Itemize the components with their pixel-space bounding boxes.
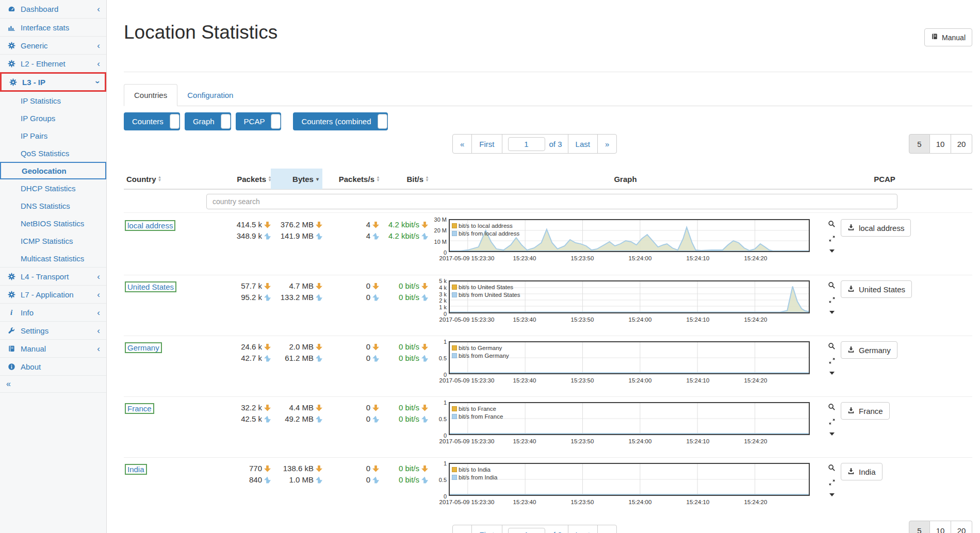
pcap-toggle-button[interactable]: PCAP — [236, 112, 282, 130]
sidebar-item-icmp-statistics[interactable]: ICMP Statistics — [0, 232, 106, 249]
sidebar-item-l7-application[interactable]: L7 - Application ‹ — [0, 285, 106, 303]
page-size-10[interactable]: 10 — [930, 521, 951, 533]
column-header-bytes[interactable]: Bytes ▾ — [271, 169, 322, 189]
column-header-packets[interactable]: Packets ▴▾ — [217, 169, 271, 189]
sidebar-item-qos-statistics[interactable]: QoS Statistics — [0, 144, 106, 162]
download-icon — [847, 224, 855, 232]
sidebar-item-multicast-statistics[interactable]: Multicast Statistics — [0, 249, 106, 267]
resize-graph-icon[interactable] — [828, 296, 836, 306]
prev-page-button[interactable]: « — [453, 525, 471, 533]
sidebar-item-l3-ip[interactable]: L3 - IP ‹ — [0, 72, 106, 92]
next-page-button[interactable]: » — [597, 525, 616, 533]
toggle-checkbox[interactable] — [170, 114, 179, 129]
download-icon — [847, 285, 855, 294]
pcap-download-button[interactable]: France — [841, 402, 890, 420]
prev-page-button[interactable]: « — [453, 135, 471, 153]
page-size-10[interactable]: 10 — [930, 134, 951, 154]
column-header-bits[interactable]: Bit/s ▴▾ — [379, 169, 428, 189]
toggle-checkbox[interactable] — [378, 114, 387, 129]
traffic-graph: 10.50 bit/s to France bit/s from France … — [428, 402, 823, 457]
resize-graph-icon[interactable] — [828, 418, 836, 427]
tab-configuration[interactable]: Configuration — [177, 85, 243, 106]
tab-countries[interactable]: Countries — [124, 84, 177, 106]
counters-toggle-button[interactable]: Counters — [124, 112, 180, 130]
zoom-graph-icon[interactable] — [828, 281, 836, 291]
country-link[interactable]: India — [127, 465, 144, 474]
arrow-down-icon — [372, 344, 379, 351]
gear-icon — [6, 42, 17, 49]
graph-toggle-button[interactable]: Graph — [185, 112, 231, 130]
sidebar-item-l2-ethernet[interactable]: L2 - Ethernet ‹ — [0, 54, 106, 72]
sidebar-item-dashboard[interactable]: Dashboard ‹ — [0, 0, 106, 18]
sidebar-item-manual[interactable]: Manual ‹ — [0, 339, 106, 357]
bits-per-sec-cell: 4.2 kbit/s 4.2 kbit/s — [379, 219, 428, 275]
arrow-up-icon — [264, 294, 271, 301]
country-link[interactable]: France — [127, 404, 152, 413]
page-number-input[interactable] — [508, 528, 545, 533]
country-link[interactable]: local address — [127, 221, 173, 230]
sidebar-item-about[interactable]: About — [0, 357, 106, 375]
sidebar-item-generic[interactable]: Generic ‹ — [0, 36, 106, 54]
page-title: Location Statistics — [124, 22, 277, 43]
caret-down-icon[interactable] — [829, 432, 835, 436]
pcap-download-button[interactable]: United States — [841, 280, 912, 298]
sidebar-item-dns-statistics[interactable]: DNS Statistics — [0, 197, 106, 214]
chevron-left-icon: ‹ — [97, 272, 100, 281]
first-page-button[interactable]: First — [471, 525, 501, 533]
column-header-country[interactable]: Country ▴▾ — [124, 169, 217, 189]
page-size-20[interactable]: 20 — [951, 521, 972, 533]
country-link[interactable]: United States — [127, 282, 174, 291]
sidebar-item-ip-statistics[interactable]: IP Statistics — [0, 92, 106, 109]
last-page-button[interactable]: Last — [568, 525, 597, 533]
arrow-up-icon — [372, 416, 379, 423]
pcap-download-button[interactable]: local address — [841, 219, 911, 237]
resize-graph-icon[interactable] — [828, 235, 836, 244]
sidebar-item-netbios-statistics[interactable]: NetBIOS Statistics — [0, 214, 106, 232]
zoom-graph-icon[interactable] — [828, 220, 836, 230]
manual-button[interactable]: Manual — [924, 28, 972, 46]
sidebar-item-ip-groups[interactable]: IP Groups — [0, 109, 106, 127]
arrow-down-icon — [264, 344, 271, 351]
pcap-download-button[interactable]: Germany — [841, 341, 897, 359]
zoom-graph-icon[interactable] — [828, 464, 836, 474]
last-page-button[interactable]: Last — [568, 135, 597, 153]
country-link[interactable]: Germany — [127, 343, 159, 352]
caret-down-icon[interactable] — [829, 249, 835, 253]
caret-down-icon[interactable] — [829, 493, 835, 496]
zoom-graph-icon[interactable] — [828, 342, 836, 352]
bar-chart-icon — [6, 24, 17, 31]
sidebar-item-ip-pairs[interactable]: IP Pairs — [0, 127, 106, 144]
column-header-packets-s[interactable]: Packets/s ▴▾ — [322, 169, 379, 189]
sidebar-item-geolocation[interactable]: Geolocation — [0, 162, 106, 179]
chevron-left-icon: ‹ — [97, 290, 100, 299]
page-size-20[interactable]: 20 — [951, 134, 972, 154]
counters-combined-toggle-button[interactable]: Counters (combined — [293, 112, 387, 130]
toggle-checkbox[interactable] — [221, 114, 231, 129]
legend-to-swatch — [452, 467, 457, 472]
page-number-input[interactable] — [508, 137, 545, 151]
column-header-pcap: PCAP — [841, 169, 928, 189]
zoom-graph-icon[interactable] — [828, 403, 836, 413]
page-size-5[interactable]: 5 — [909, 521, 930, 533]
page-size-5[interactable]: 5 — [909, 134, 930, 154]
caret-down-icon[interactable] — [829, 372, 835, 375]
sidebar-item-info[interactable]: i Info ‹ — [0, 303, 106, 321]
pcap-download-button[interactable]: India — [841, 463, 883, 480]
next-page-button[interactable]: » — [597, 135, 616, 153]
caret-down-icon[interactable] — [829, 311, 835, 314]
resize-graph-icon[interactable] — [828, 479, 836, 488]
sort-icon[interactable]: ▴▾ — [159, 176, 161, 182]
sidebar-item-l4-transport[interactable]: L4 - Transport ‹ — [0, 267, 106, 285]
country-search-input[interactable] — [206, 194, 897, 209]
sidebar-collapse-button[interactable]: « — [0, 375, 106, 393]
chevron-left-icon: ‹ — [97, 41, 100, 50]
sidebar-item-settings[interactable]: Settings ‹ — [0, 321, 106, 339]
sidebar-item-dhcp-statistics[interactable]: DHCP Statistics — [0, 179, 106, 197]
first-page-button[interactable]: First — [471, 135, 501, 153]
toggle-checkbox[interactable] — [271, 114, 281, 129]
sidebar-item-interface-stats[interactable]: Interface stats — [0, 18, 106, 36]
packets-per-sec-cell: 0 0 — [322, 463, 379, 518]
bytes-cell: 138.6 kB 1.0 MB — [271, 463, 322, 518]
resize-graph-icon[interactable] — [828, 357, 836, 367]
arrow-down-icon — [421, 283, 428, 290]
